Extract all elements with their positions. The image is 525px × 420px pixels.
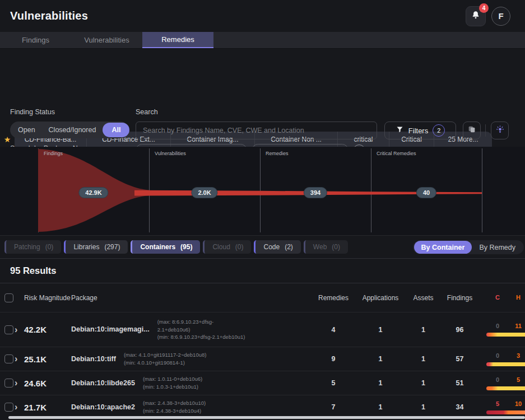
funnel-stage-label: Critical Remedies	[377, 151, 416, 156]
high-count: 3	[512, 352, 525, 359]
package-name: Debian:10:tiff	[71, 355, 116, 363]
row-checkbox[interactable]	[4, 403, 13, 412]
category-patching[interactable]: Patching(0)	[4, 240, 61, 254]
high-count: 5	[512, 376, 525, 383]
col-risk-magnitude[interactable]: Risk Magnitude	[24, 294, 71, 302]
table-row[interactable]: › 24.6K Debian:10:libde265 (max: 1.0.11-…	[0, 371, 525, 395]
package-versions: (max: 2.4.38-3+deb10u10) (min: 2.4.38-3+…	[143, 399, 206, 415]
expand-chevron-icon[interactable]: ›	[15, 402, 17, 412]
funnel-stage-label: Findings	[44, 151, 63, 156]
category-web[interactable]: Web(0)	[304, 240, 348, 254]
funnel-stage-label: Vulnerabilities	[155, 151, 186, 156]
package-versions: (max: 4.1.0+git191117-2~deb10u8) (min: 4…	[124, 351, 207, 367]
col-findings[interactable]: Findings	[439, 294, 481, 302]
notifications-button[interactable]: 4	[466, 6, 486, 26]
table-row[interactable]: › 25.1K Debian:10:tiff (max: 4.1.0+git19…	[0, 347, 525, 371]
funnel-value-critical-remedies: 40	[416, 187, 436, 198]
group-by-toggle: By Container By Remedy	[413, 240, 524, 254]
applications-value: 1	[353, 326, 408, 334]
col-assets[interactable]: Assets	[408, 294, 439, 302]
critical-count: 5	[491, 400, 504, 407]
funnel-value-findings: 42.9K	[78, 187, 108, 198]
toggle-by-container[interactable]: By Container	[414, 241, 472, 254]
select-all-checkbox[interactable]	[4, 293, 13, 302]
tab-findings[interactable]: Findings	[0, 32, 71, 48]
findings-value: 96	[439, 326, 481, 334]
category-code[interactable]: Code(2)	[254, 240, 300, 254]
col-high[interactable]: H	[512, 294, 525, 301]
filters-button-label: Filters	[408, 127, 428, 135]
status-option-closed-ignored[interactable]: Closed/Ignored	[42, 123, 103, 137]
col-critical[interactable]: C	[491, 294, 504, 301]
header-actions: 4 F	[466, 6, 510, 26]
findings-value: 51	[439, 379, 481, 387]
tab-vulnerabilities[interactable]: Vulnerabilities	[71, 32, 142, 48]
filters-button[interactable]: Filters 2	[384, 122, 456, 139]
funnel-filter-icon	[396, 125, 404, 136]
insights-button[interactable]	[491, 122, 509, 139]
results-count: 95 Results	[10, 265, 57, 276]
critical-count: 0	[491, 323, 504, 329]
lightbulb-icon	[495, 125, 505, 137]
page-header: Vulnerabilities 4 F	[0, 0, 525, 32]
category-libraries[interactable]: Libraries(297)	[64, 240, 128, 254]
col-remedies[interactable]: Remedies	[314, 294, 353, 302]
category-cloud[interactable]: Cloud(0)	[203, 240, 251, 254]
row-checkbox[interactable]	[4, 379, 13, 388]
assets-value: 1	[408, 379, 439, 387]
avatar[interactable]: F	[491, 7, 510, 26]
package-versions: (max: 1.0.11-0+deb10u6) (min: 1.0.3-1+de…	[143, 375, 202, 391]
severity-bar	[486, 386, 525, 390]
risk-magnitude: 24.6K	[24, 379, 71, 388]
assets-value: 1	[408, 403, 439, 411]
risk-magnitude: 25.1K	[24, 354, 71, 364]
horizontal-scrollbar[interactable]	[8, 416, 525, 419]
funnel-stage-label: Remedies	[266, 151, 289, 156]
toolbar-divider	[485, 124, 486, 137]
expand-chevron-icon[interactable]: ›	[15, 378, 17, 388]
package-name: Debian:10:apache2	[71, 403, 135, 411]
row-checkbox[interactable]	[4, 325, 13, 334]
package-versions: (max: 8:6.9.10.23+dfsg- 2.1+deb10u6) (mi…	[157, 318, 245, 341]
page-title: Vulnerabilities	[10, 10, 88, 22]
package-name: Debian:10:libde265	[71, 379, 135, 387]
findings-value: 57	[439, 355, 481, 363]
expand-chevron-icon[interactable]: ›	[15, 354, 17, 363]
remedies-value: 9	[314, 355, 353, 363]
copy-view-button[interactable]	[463, 122, 481, 139]
row-checkbox[interactable]	[4, 354, 13, 363]
toggle-by-remedy[interactable]: By Remedy	[472, 241, 523, 253]
remedies-value: 7	[314, 403, 353, 411]
vulnerabilities-page: Vulnerabilities 4 F Findings Vulnerabili…	[0, 0, 525, 420]
assets-value: 1	[408, 355, 439, 363]
finding-status-label: Finding Status	[10, 108, 55, 116]
findings-value: 34	[439, 403, 481, 411]
tab-remedies[interactable]: Remedies	[142, 32, 213, 48]
col-applications[interactable]: Applications	[353, 294, 408, 302]
high-count: 10	[512, 400, 525, 407]
main-tab-bar: Findings Vulnerabilities Remedies	[0, 32, 525, 49]
risk-magnitude: 42.2K	[24, 325, 71, 334]
critical-count: 0	[491, 376, 504, 383]
remedies-value: 5	[314, 379, 353, 387]
expand-chevron-icon[interactable]: ›	[15, 325, 17, 334]
critical-count: 0	[491, 352, 504, 359]
filters-count-badge: 2	[433, 124, 445, 137]
status-option-open[interactable]: Open	[11, 123, 42, 137]
notification-count-badge: 4	[479, 3, 489, 13]
search-input[interactable]	[136, 122, 377, 139]
category-containers[interactable]: Containers(95)	[131, 240, 200, 254]
table-row[interactable]: › 42.2K Debian:10:imagemagi... (max: 8:6…	[0, 312, 525, 347]
package-name: Debian:10:imagemagi...	[71, 325, 150, 333]
col-package[interactable]: Package	[71, 294, 314, 302]
funnel-value-vulnerabilities: 2.0K	[191, 187, 217, 198]
assets-value: 1	[408, 326, 439, 334]
applications-value: 1	[353, 379, 408, 387]
finding-status-segmented-control: Open Closed/Ignored All	[10, 122, 129, 138]
bell-icon	[471, 10, 481, 22]
status-option-all[interactable]: All	[103, 123, 129, 137]
applications-value: 1	[353, 403, 408, 411]
results-header: 95 Results	[0, 259, 525, 283]
table-row[interactable]: › 21.7K Debian:10:apache2 (max: 2.4.38-3…	[0, 395, 525, 419]
table-header: Risk Magnitude Package Remedies Applicat…	[0, 283, 525, 312]
